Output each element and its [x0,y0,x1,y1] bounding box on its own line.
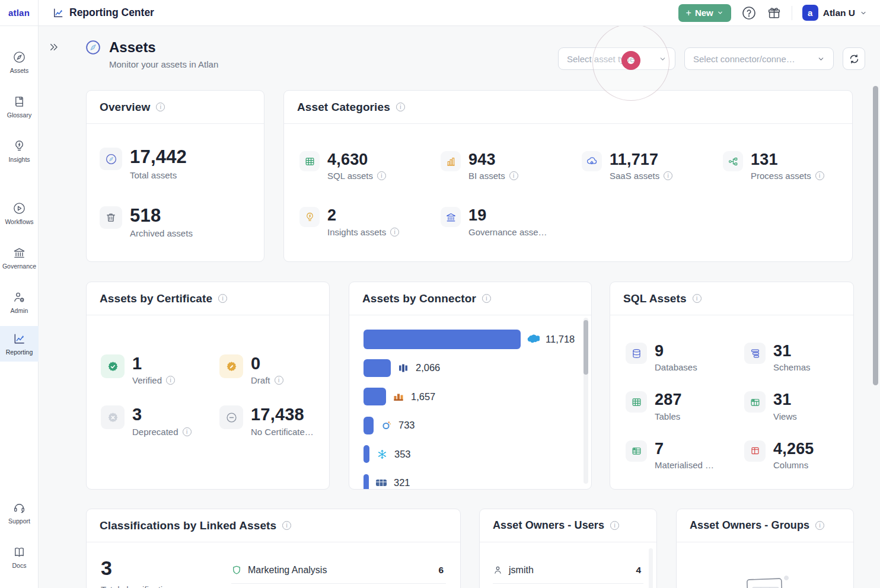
bank-icon [12,246,26,260]
column-icon [744,440,766,462]
asset-type-select[interactable]: Select asset type [558,47,675,70]
classification-row[interactable]: Marketing Analysis 6 [231,557,446,584]
sidebar: Assets Glossary Insights Workflows Gover… [0,26,39,588]
info-icon[interactable] [815,171,824,180]
info-icon[interactable] [482,294,491,303]
owner-user-row[interactable]: jsmith 4 [493,557,643,584]
bulb-bolt-icon [12,139,26,153]
materialised-view-icon [626,440,647,462]
sidebar-item-assets[interactable]: Assets [0,44,39,80]
reporting-center-icon [52,7,64,19]
info-icon[interactable] [183,427,192,436]
top-bar: atlan Reporting Center New Atlan U [0,0,880,26]
plus-icon [686,8,691,18]
collapse-sidebar-icon[interactable] [48,41,59,53]
list-scrollbar[interactable] [649,548,653,588]
info-icon[interactable] [156,103,165,111]
salesforce-bar[interactable] [364,330,521,349]
process-assets-stat: 131 Process assets [723,151,852,181]
info-icon[interactable] [693,294,702,303]
info-icon[interactable] [509,171,518,180]
card-title: SQL Assets [623,292,687,305]
mysql-icon [375,477,388,490]
assets-by-connector-card: Assets by Connector 11,718 2,066 [349,282,592,490]
bar-chart-icon [441,151,461,171]
cloud-gear-icon [582,151,602,171]
asset-categories-card: Asset Categories 4,630 SQL assets 943 [283,90,853,262]
sidebar-item-insights[interactable]: Insights [0,133,39,169]
user-menu[interactable]: Atlan U [802,5,867,21]
empty-state-illustration [715,563,815,588]
info-icon[interactable] [377,171,386,180]
info-icon[interactable] [610,521,619,530]
info-icon[interactable] [390,228,399,237]
info-icon[interactable] [664,171,672,180]
columns-stat: 4,265 Columns [744,440,853,470]
sidebar-item-support[interactable]: Support [0,495,39,531]
classifications-card: Classifications by Linked Assets 3 Total… [86,509,461,588]
info-icon[interactable] [218,294,227,303]
compass-icon [12,50,26,64]
views-stat: 31 Views [744,391,853,421]
redshift-bar[interactable] [364,388,386,405]
bar-row: 353 [364,440,576,469]
assets-compass-icon [85,39,101,56]
page-subtitle: Monitor your assets in Atlan [109,59,218,69]
sidebar-item-workflows[interactable]: Workflows [0,196,39,231]
bar-row: 733 [364,411,576,440]
card-title: Asset Owners - Users [493,519,604,532]
verified-badge-icon [101,354,125,378]
open-book-icon [12,545,26,559]
page-title: Assets [109,39,156,56]
mysql-bar[interactable] [364,474,369,490]
verified-stat: 1 Verified [101,354,219,385]
share-nodes-icon [723,151,743,171]
saas-assets-stat: 11,717 SaaS assets [582,151,723,181]
draft-badge-icon [219,354,243,378]
bar-row: 1,657 [364,382,576,411]
snowflake-bar[interactable] [364,445,369,463]
chart-scrollbar-thumb[interactable] [584,320,588,375]
info-icon[interactable] [166,376,175,385]
trash-icon [100,206,122,229]
info-icon[interactable] [396,103,405,111]
info-icon[interactable] [282,521,291,530]
asset-owners-users-card: Asset Owners - Users jsmith 4 [479,509,657,588]
new-button[interactable]: New [678,4,731,22]
table-icon [299,151,320,171]
chevron-down-icon [860,9,867,17]
sidebar-item-governance[interactable]: Governance [0,240,39,276]
user-gear-icon [12,290,26,304]
person-icon [493,565,503,575]
sidebar-item-glossary[interactable]: Glossary [0,89,39,124]
card-title: Asset Owners - Groups [690,519,809,532]
snowflake-icon [375,448,388,461]
info-icon[interactable] [275,376,283,385]
page-scrollbar-thumb[interactable] [873,86,878,385]
card-title: Assets by Certificate [100,292,212,305]
redshift-icon [392,390,405,403]
database-icon [626,343,647,364]
sidebar-item-docs[interactable]: Docs [0,539,39,575]
looker-bar[interactable] [364,417,374,434]
sql-assets-card: SQL Assets 9 Databases 31 Schemas [610,282,854,490]
bar-row: 321 [364,469,576,490]
gift-icon[interactable] [767,5,782,20]
tableau-bar[interactable] [364,359,391,377]
no-certificate-stat: 17,438 No Certificate… [219,405,329,436]
sidebar-item-admin[interactable]: Admin [0,285,39,320]
bank-icon [441,207,461,227]
sidebar-item-reporting[interactable]: Reporting [0,326,39,362]
connector-select[interactable]: Select connector/conne… [684,47,834,70]
bar-row: 11,718 [364,325,576,354]
atlan-logo[interactable]: atlan [0,0,39,26]
total-classifications-value: 3 [101,557,231,580]
refresh-button[interactable] [843,47,865,70]
topbar-divider [792,6,792,20]
info-icon[interactable] [815,521,824,530]
insights-assets-stat: 2 Insights assets [299,207,441,237]
headset-icon [12,501,26,514]
help-icon[interactable] [741,5,757,21]
total-assets-stat: 17,442 Total assets [100,148,251,180]
card-title: Asset Categories [297,101,390,114]
